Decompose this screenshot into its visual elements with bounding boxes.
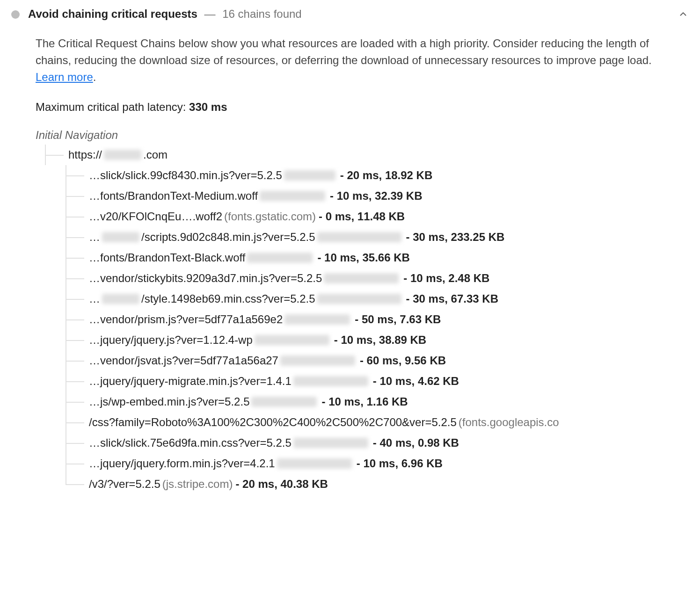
chain-row: …v20/KFOlCnqEu….woff2 (fonts.gstatic.com… (60, 206, 684, 227)
redacted-host: xxxxxxxx (284, 314, 350, 325)
audit-description-period: . (93, 71, 96, 83)
chain-row: …js/wp-embed.min.js?ver=5.2.5xxxxxxxx - … (60, 392, 684, 412)
request-path: …jquery/jquery.form.min.js?ver=4.2.1 (89, 455, 275, 472)
chain-row: …xxxx/scripts.9d02c848.min.js?ver=5.2.5x… (60, 227, 684, 247)
max-latency-label: Maximum critical path latency: (36, 101, 189, 113)
audit-header[interactable]: Avoid chaining critical requests — 16 ch… (0, 0, 700, 27)
max-latency-value: 330 ms (189, 101, 227, 113)
request-path: …js/wp-embed.min.js?ver=5.2.5 (89, 393, 249, 410)
redacted-host: xxxxxxxx (260, 191, 325, 201)
chain-row: …fonts/BrandonText-Medium.woffxxxxxxxx -… (60, 186, 684, 206)
redacted-host: xxxxxxxx (251, 397, 317, 407)
request-metrics: - 10 ms, 4.62 KB (373, 373, 459, 390)
request-path: /v3/?ver=5.2.5 (89, 476, 160, 493)
request-path: /style.1498eb69.min.css?ver=5.2.5 (141, 290, 315, 307)
chevron-up-icon[interactable] (678, 8, 689, 20)
max-latency: Maximum critical path latency: 330 ms (36, 99, 684, 116)
learn-more-link[interactable]: Learn more (36, 71, 93, 83)
request-path: /css?family=Roboto%3A100%2C300%2C400%2C5… (89, 414, 457, 431)
request-path: … (89, 290, 100, 307)
redacted-host: xxxxxxxx (293, 438, 368, 448)
redacted-host: xxxxxxxx (293, 376, 368, 386)
request-metrics: - 0 ms, 11.48 KB (319, 208, 405, 225)
redacted-host: xxxxxxxx (317, 232, 401, 242)
request-metrics: - 20 ms, 18.92 KB (340, 167, 432, 184)
chain-row: …vendor/prism.js?ver=5df77a1a569e2xxxxxx… (60, 309, 684, 330)
request-path: …slick/slick.75e6d9fa.min.css?ver=5.2.5 (89, 435, 292, 451)
redacted-path-segment: xxxx (102, 294, 139, 304)
initial-navigation-label: Initial Navigation (36, 127, 684, 144)
request-path: … (89, 229, 100, 246)
chain-row: …jquery/jquery-migrate.min.js?ver=1.4.1x… (60, 371, 684, 392)
chain-row: …slick/slick.99cf8430.min.js?ver=5.2.5xx… (60, 165, 684, 186)
request-metrics: - 10 ms, 32.39 KB (330, 188, 422, 204)
request-metrics: - 50 ms, 7.63 KB (355, 311, 441, 328)
request-metrics: - 20 ms, 40.38 KB (235, 476, 328, 493)
request-metrics: - 30 ms, 67.33 KB (406, 290, 498, 307)
redacted-path-segment: xxxx (102, 232, 139, 242)
request-path: …jquery/jquery-migrate.min.js?ver=1.4.1 (89, 373, 292, 390)
request-path: …slick/slick.99cf8430.min.js?ver=5.2.5 (89, 167, 282, 184)
request-metrics: - 30 ms, 233.25 KB (406, 229, 505, 246)
redacted-host: xxxxxxxx (284, 170, 335, 181)
request-path: …v20/KFOlCnqEu….woff2 (89, 208, 222, 225)
request-path: …vendor/jsvat.js?ver=5df77a1a56a27 (89, 352, 278, 369)
request-path: …jquery/jquery.js?ver=1.12.4-wp (89, 332, 253, 348)
chain-row: /v3/?ver=5.2.5 (js.stripe.com) - 20 ms, … (60, 474, 684, 494)
root-url-pre: https:// (68, 146, 102, 163)
redacted-host: xxxxxxxx (324, 273, 399, 283)
chain-row: /css?family=Roboto%3A100%2C300%2C400%2C5… (60, 412, 684, 433)
redacted-host: xxxxxxxx (280, 355, 355, 366)
audit-title: Avoid chaining critical requests (28, 7, 197, 20)
chain-row: …xxxx/style.1498eb69.min.css?ver=5.2.5xx… (60, 289, 684, 309)
root-url-row: https://xxxx.com (39, 145, 684, 165)
redacted-host: xxxxxxxx (277, 458, 352, 469)
audit-title-block: Avoid chaining critical requests — 16 ch… (28, 6, 302, 22)
chain-row: …vendor/jsvat.js?ver=5df77a1a56a27xxxxxx… (60, 350, 684, 371)
chain-row: …jquery/jquery.form.min.js?ver=4.2.1xxxx… (60, 453, 684, 474)
status-bullet-icon (11, 10, 20, 19)
request-host: (fonts.googleapis.co (459, 414, 559, 431)
request-host: (js.stripe.com) (162, 476, 233, 493)
request-path: /scripts.9d02c848.min.js?ver=5.2.5 (141, 229, 315, 246)
request-metrics: - 40 ms, 0.98 KB (373, 435, 459, 451)
redacted-host: xxxxxxxx (247, 253, 313, 263)
request-chain-tree: https://xxxx.com …slick/slick.99cf8430.m… (39, 145, 684, 494)
redacted-host: xxxxxxxx (255, 335, 329, 345)
request-path: …vendor/prism.js?ver=5df77a1a569e2 (89, 311, 283, 328)
request-host: (fonts.gstatic.com) (224, 208, 316, 225)
request-metrics: - 10 ms, 2.48 KB (403, 270, 489, 287)
audit-subtext: 16 chains found (222, 7, 301, 20)
request-metrics: - 10 ms, 35.66 KB (317, 249, 409, 266)
chain-row: …slick/slick.75e6d9fa.min.css?ver=5.2.5x… (60, 433, 684, 453)
request-path: …fonts/BrandonText-Black.woff (89, 249, 245, 266)
audit-description-text: The Critical Request Chains below show y… (36, 37, 652, 66)
chain-row: …jquery/jquery.js?ver=1.12.4-wpxxxxxxxx … (60, 330, 684, 350)
request-path: …fonts/BrandonText-Medium.woff (89, 188, 258, 204)
audit-separator: — (204, 7, 216, 20)
request-metrics: - 60 ms, 9.56 KB (360, 352, 446, 369)
redacted-host: xxxx (104, 150, 141, 160)
audit-body: The Critical Request Chains below show y… (0, 27, 697, 506)
chain-row: …fonts/BrandonText-Black.woffxxxxxxxx - … (60, 247, 684, 268)
root-url-post: .com (143, 146, 168, 163)
audit-description: The Critical Request Chains below show y… (36, 35, 672, 86)
redacted-host: xxxxxxxx (317, 294, 401, 304)
request-metrics: - 10 ms, 1.16 KB (321, 393, 408, 410)
chain-row: …vendor/stickybits.9209a3d7.min.js?ver=5… (60, 268, 684, 289)
chain-children: …slick/slick.99cf8430.min.js?ver=5.2.5xx… (60, 165, 684, 494)
request-path: …vendor/stickybits.9209a3d7.min.js?ver=5… (89, 270, 322, 287)
request-metrics: - 10 ms, 38.89 KB (334, 332, 426, 348)
request-metrics: - 10 ms, 6.96 KB (357, 455, 443, 472)
